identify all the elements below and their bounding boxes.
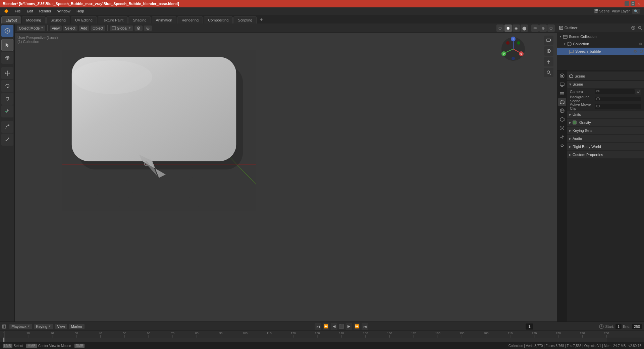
- add-workspace-button[interactable]: +: [257, 15, 265, 23]
- outliner-item-collection[interactable]: ▾ Collection: [557, 40, 644, 48]
- tab-rendering[interactable]: Rendering: [177, 16, 203, 23]
- prop-icon-output[interactable]: [558, 81, 566, 89]
- tab-scripting[interactable]: Scripting: [233, 16, 257, 23]
- tab-texture-paint[interactable]: Texture Paint: [98, 16, 128, 23]
- tool-move[interactable]: [1, 67, 13, 79]
- viewport-walk-navigate[interactable]: [544, 57, 553, 66]
- outliner-search-icon[interactable]: [638, 26, 642, 30]
- proportional-edit[interactable]: [144, 26, 152, 31]
- tab-shading[interactable]: Shading: [128, 16, 151, 23]
- axis-navigation-gizmo[interactable]: Z X Y: [500, 36, 527, 62]
- tool-rotate[interactable]: [1, 80, 13, 92]
- close-button[interactable]: ✕: [637, 1, 641, 6]
- minimize-button[interactable]: —: [625, 1, 629, 6]
- scene-selector[interactable]: 🎬 Scene: [594, 9, 610, 13]
- maximize-button[interactable]: ☐: [631, 1, 635, 6]
- viewport-shading-render[interactable]: ⬤: [521, 24, 528, 32]
- menu-window[interactable]: Window: [55, 8, 73, 14]
- prop-icon-viewlayer[interactable]: [558, 89, 566, 97]
- movie-clip-value[interactable]: [595, 104, 641, 109]
- snap-controls[interactable]: [135, 26, 143, 31]
- view-menu[interactable]: View: [50, 26, 62, 31]
- menu-render[interactable]: Render: [37, 8, 54, 14]
- timeline-view-menu[interactable]: View: [55, 324, 67, 329]
- stop-button[interactable]: ⬛: [339, 324, 344, 329]
- transform-selector[interactable]: Global ▼: [110, 26, 133, 31]
- timeline-keying-menu[interactable]: Keying ▼: [34, 324, 53, 329]
- add-menu[interactable]: Add: [79, 26, 90, 31]
- viewport-shading-material[interactable]: ◉: [513, 24, 520, 32]
- timeline-playback-menu[interactable]: Playback ▼: [9, 324, 32, 329]
- play-forward-button[interactable]: ▶: [345, 323, 352, 330]
- start-frame-input[interactable]: 1: [615, 324, 622, 329]
- viewport-overlays-toggle[interactable]: 👁: [531, 24, 539, 32]
- custom-properties-section-header[interactable]: ▶ Custom Properties: [567, 151, 644, 158]
- timeline-marker-menu[interactable]: Marker: [69, 324, 85, 329]
- viewport-camera-tool[interactable]: [544, 36, 553, 45]
- tab-uv-editing[interactable]: UV Editing: [71, 16, 97, 23]
- svg-point-70: [548, 50, 549, 52]
- 3d-viewport[interactable]: Object Mode ▼ View Select Add Object Glo…: [15, 23, 557, 321]
- tool-measure[interactable]: [1, 134, 13, 146]
- units-section-header[interactable]: ▶ Units: [567, 111, 644, 118]
- prop-icon-world[interactable]: [558, 107, 566, 115]
- tool-transform[interactable]: [1, 105, 13, 117]
- outliner-item-scene-collection[interactable]: ▾ Scene Collection: [557, 33, 644, 40]
- tab-layout[interactable]: Layout: [1, 16, 21, 23]
- play-back-button[interactable]: ◀: [331, 323, 337, 330]
- svg-point-104: [561, 75, 563, 77]
- object-mode-selector[interactable]: Object Mode ▼: [17, 26, 45, 31]
- search-bar[interactable]: 🔍: [632, 9, 640, 14]
- object-visibility-icon[interactable]: [633, 49, 637, 53]
- scene-section-header[interactable]: ▶ Scene: [567, 81, 644, 88]
- gravity-section-header[interactable]: ▶ Gravity: [567, 119, 644, 126]
- background-scene-value[interactable]: [595, 97, 641, 101]
- jump-prev-keyframe-button[interactable]: ⏪: [323, 323, 329, 330]
- outliner-filter-icon[interactable]: [631, 26, 635, 30]
- menu-blender[interactable]: 🔶: [1, 8, 11, 14]
- current-frame-input[interactable]: 1: [526, 323, 533, 330]
- tool-annotate[interactable]: [1, 121, 13, 133]
- viewport-shading-wireframe[interactable]: ⬡: [496, 24, 504, 32]
- gravity-enabled-checkbox[interactable]: [573, 120, 577, 124]
- viewport-zoom[interactable]: [544, 68, 553, 77]
- menu-bar: 🔶 File Edit Render Window Help 🎬 Scene V…: [0, 7, 644, 15]
- camera-edit-button[interactable]: [635, 89, 641, 95]
- prop-icon-scene[interactable]: [558, 98, 566, 106]
- prop-icon-constraints[interactable]: [558, 142, 566, 150]
- tab-sculpting[interactable]: Sculpting: [46, 16, 70, 23]
- jump-to-start-button[interactable]: ⏮: [315, 323, 321, 330]
- menu-file[interactable]: File: [12, 8, 23, 14]
- menu-edit[interactable]: Edit: [24, 8, 36, 14]
- prop-icon-physics[interactable]: [558, 133, 566, 141]
- jump-to-end-button[interactable]: ⏭: [362, 323, 368, 330]
- visibility-icon[interactable]: [639, 42, 643, 46]
- object-menu[interactable]: Object: [91, 26, 105, 31]
- prop-icon-object[interactable]: [558, 115, 566, 123]
- camera-value[interactable]: [595, 89, 635, 94]
- tool-scale[interactable]: [1, 93, 13, 105]
- end-frame-input[interactable]: 250: [632, 324, 642, 329]
- xray-toggle[interactable]: ⬡: [547, 24, 555, 32]
- prop-icon-render[interactable]: [558, 72, 566, 80]
- tool-cursor[interactable]: [1, 52, 13, 64]
- keying-sets-section-header[interactable]: ▶ Keying Sets: [567, 127, 644, 134]
- prop-icon-particles[interactable]: [558, 124, 566, 132]
- outliner-item-speech-bubble[interactable]: Speech_bubble: [557, 48, 644, 55]
- menu-help[interactable]: Help: [74, 8, 87, 14]
- rigid-body-section-header[interactable]: ▶ Rigid Body World: [567, 143, 644, 150]
- viewport-shading-solid[interactable]: ⬢: [504, 24, 512, 32]
- viewport-right-tools: [544, 36, 553, 77]
- object-render-icon[interactable]: [639, 49, 643, 53]
- viewport-camera-view[interactable]: [544, 46, 553, 56]
- jump-next-keyframe-button[interactable]: ⏩: [354, 323, 360, 330]
- tool-select[interactable]: [1, 39, 13, 51]
- tab-modeling[interactable]: Modeling: [22, 16, 46, 23]
- tab-animation[interactable]: Animation: [152, 16, 177, 23]
- select-menu[interactable]: Select: [63, 26, 77, 31]
- audio-section-header[interactable]: ▶ Audio: [567, 135, 644, 142]
- viewlayer-selector[interactable]: View Layer: [612, 9, 630, 13]
- viewport-gizmo-toggle[interactable]: ⊕: [539, 24, 547, 32]
- tab-compositing[interactable]: Compositing: [204, 16, 233, 23]
- rmb-icon: RMB: [74, 344, 85, 348]
